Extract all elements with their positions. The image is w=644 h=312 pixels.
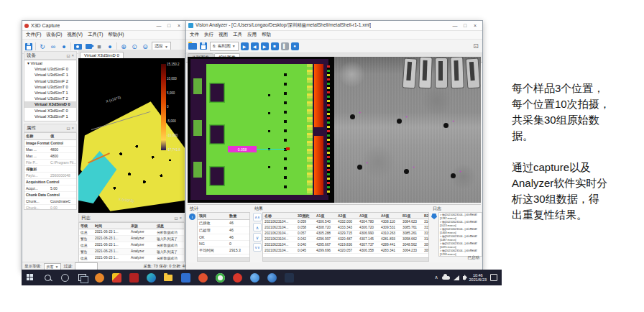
results-hscrollbar[interactable] [262,257,429,262]
log-row[interactable]: 警告2021-06-23 1...Analyzer输入队列满了 [79,236,184,242]
menu-tools[interactable]: 工具 [233,32,242,38]
maximize-button[interactable]: □ [460,22,470,30]
close-button[interactable]: × [470,22,480,30]
tab-device-view[interactable]: Virtual X3dSimD 0 [80,52,124,58]
last-row-button[interactable]: ∨∨ [253,243,262,252]
tree-item[interactable]: Virtual U3dSimT 1 [24,90,76,96]
results-row[interactable]: 20210623104...0.0424296.9974320.4874307.… [263,237,428,242]
log-row[interactable]: 警告2021-06-23 1...Analyzer输入队列满了 [79,249,184,255]
results-row[interactable]: 20210623104...0.0404295.6674319.8364307.… [263,242,428,248]
camera-view[interactable]: + + + + + + [334,57,481,203]
menu-device[interactable]: 设备(D) [46,32,62,38]
close-icon[interactable]: × [71,53,74,58]
step-back-button[interactable]: ◀ [251,42,259,50]
prop-row[interactable]: Chunk...0.00 [24,205,76,210]
menu-view[interactable]: 视图(V) [67,32,83,38]
stop-button[interactable]: ■ [271,42,279,50]
stats-row[interactable]: 平均时间2915.3 [198,247,249,254]
menu-view[interactable]: 视图 [218,32,228,38]
menu-help[interactable]: 帮助(H) [108,32,124,38]
prop-row[interactable]: Chunk...CoordinateC [24,198,76,205]
tree-item[interactable]: Virtual U3dSimF 1 [24,72,76,78]
results-row[interactable]: 20210623104...0.0454299.6964320.0574306.… [263,248,428,254]
menu-tools[interactable]: 工具(T) [88,32,103,38]
taskbar-app-icon-explorer[interactable] [160,270,177,285]
step-forward-button[interactable]: ▶ [261,42,269,50]
capture-titlebar[interactable]: X3D Capture — □ × [22,21,186,31]
menu-run[interactable]: 执行 [204,32,213,38]
prop-group[interactable]: Image Format Control [24,140,76,147]
minimize-button[interactable]: — [154,22,164,30]
prop-row[interactable]: Acqui...5.00 [24,185,76,192]
log-row[interactable]: 信息2021-06-23 1...Analyzer分析数据成功 [79,242,184,249]
taskbar-app-icon[interactable] [263,270,280,285]
save-icon[interactable] [24,42,33,51]
prop-group[interactable]: 传输层 [24,166,76,173]
taskbar-app-icon[interactable] [91,270,108,285]
results-row[interactable]: 20210623104...0.0574305.2884329.7154306.… [263,231,428,237]
tree-item-selected[interactable]: Virtual X3dSimD 0 [24,101,76,107]
prop-row[interactable]: Paylo...2560000048 [24,173,76,179]
next-row-button[interactable]: ∨ [253,233,262,242]
volume-icon[interactable] [463,276,466,280]
prop-row[interactable]: File P...C:\Program Fil... [24,160,76,166]
close-icon[interactable]: × [71,126,74,131]
stats-row[interactable]: OK46 [198,234,249,241]
stats-row[interactable]: 已处理46 [198,227,249,234]
start-button[interactable] [22,270,39,285]
tree-item[interactable]: Virtual X3dSimF 0 [24,108,76,114]
close-icon[interactable]: × [179,216,182,221]
analyzer-log-list[interactable]: > 帧[20210623104...]-处理耗时 [1282 msecs] > … [438,212,482,257]
refresh-icon[interactable]: ↻ [38,42,47,51]
search-icon[interactable] [39,270,56,285]
close-button[interactable]: × [174,22,184,30]
minimize-button[interactable]: — [450,22,460,30]
results-row[interactable]: 20210623104...0.0584308.7204333.3434306.… [263,225,428,231]
prop-row[interactable]: Max ...4800 [24,147,76,153]
prop-group[interactable]: Chunk Data Control [24,192,76,198]
tree-item[interactable]: Virtual U3dSimT 2 [24,96,76,101]
task-view-icon[interactable] [73,270,91,285]
notification-center-icon[interactable] [490,274,497,281]
taskbar-app-icon[interactable] [125,270,142,285]
save-icon[interactable] [199,42,208,50]
maximize-button[interactable]: □ [164,22,174,30]
measurement-tag[interactable]: 0.058 [228,146,257,152]
log-row[interactable]: 信息2021-06-23 1...Analyzer分析数据成功 [79,255,184,262]
acquire-icon[interactable]: ● [60,42,68,51]
pause-button[interactable]: ▌ [281,42,289,50]
prev-row-button[interactable]: ∧ [253,223,262,231]
tree-item[interactable]: Virtual X3dSimF 1 [24,114,76,119]
stats-row[interactable]: 已接收46 [198,220,249,227]
log-row[interactable]: 信息2021-06-23 1...Analyzer分析数据成功 [79,229,184,236]
hidden-icons-chevron[interactable]: ∧ [434,275,438,280]
menu-file[interactable]: 文件(F) [26,32,41,38]
taskbar-app-icon[interactable] [280,270,298,285]
menu-file[interactable]: 文件 [190,32,199,38]
taskbar-app-icon-edge[interactable] [142,270,160,285]
tree-item[interactable]: Virtual U3dSimT 0 [24,84,76,90]
run-button[interactable]: ▶ [241,42,249,50]
pointcloud-3d-view[interactable]: X (x10^3) X (x10^3) 15,150.210,000 5,000… [78,58,185,213]
results-row[interactable]: 20210623104...0.0594306.5404332.0004304.… [263,219,428,225]
tree-item[interactable]: Virtual U3dSimF 0 [24,66,76,72]
open-file-icon[interactable] [188,42,197,50]
taskbar-clock[interactable]: 10:46 2021/6/23 [469,273,487,283]
prop-row[interactable]: Max ...4800 [24,153,76,160]
first-row-button[interactable]: ∧∧ [253,213,262,221]
dock-icon[interactable]: ⊡ [66,53,70,58]
connect-icon[interactable]: ∞ [49,42,58,51]
prop-group[interactable]: Acquisition Control [24,179,76,185]
network-icon[interactable] [454,275,459,280]
stats-row[interactable]: NG0 [198,241,249,247]
menu-app[interactable]: 应用 [247,32,257,38]
stats-hscrollbar[interactable] [197,257,250,262]
taskbar-app-icon[interactable] [246,270,263,285]
level-filter-dropdown[interactable]: 所有▼ [44,263,62,270]
dock-icon[interactable]: ⊡ [174,216,178,221]
tree-root[interactable]: ▾ Virtual [24,60,76,66]
onedrive-cloud-icon[interactable] [442,276,450,280]
menu-help[interactable]: 帮助 [262,32,271,38]
heightmap-view[interactable]: 0.058 [188,57,334,203]
clear-log-icon[interactable] [431,214,437,219]
